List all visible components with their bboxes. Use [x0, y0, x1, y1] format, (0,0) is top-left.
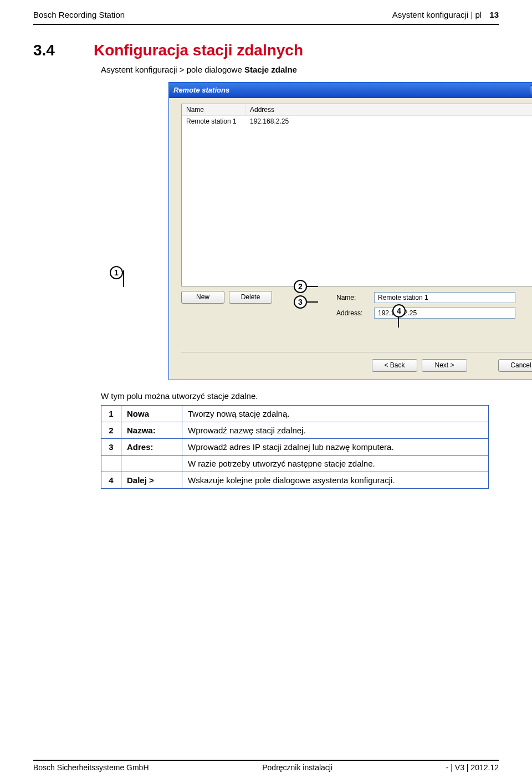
- table-row: 3 Adres: Wprowadź adres IP stacji zdalne…: [101, 439, 489, 456]
- col-header-name[interactable]: Name: [182, 104, 245, 115]
- col-header-address[interactable]: Address: [245, 104, 532, 115]
- cancel-button[interactable]: Cancel: [498, 359, 532, 372]
- new-button[interactable]: New: [181, 291, 224, 304]
- legend-num: 4: [101, 472, 121, 489]
- footer-right: - | V3 | 2012.12: [446, 763, 499, 772]
- callout-1-line: [123, 270, 124, 287]
- legend-num: 1: [101, 406, 121, 422]
- table-row: W razie potrzeby utworzyć następne stacj…: [101, 456, 489, 472]
- list-item-address: 192.168.2.25: [245, 116, 532, 127]
- page-number: 13: [489, 10, 499, 19]
- dialog-titlebar[interactable]: Remote stations ? ✕: [169, 83, 532, 98]
- next-button[interactable]: Next >: [422, 359, 467, 372]
- legend-num-empty: [101, 456, 121, 472]
- legend-label: Nazwa:: [121, 422, 182, 439]
- legend-label: Dalej >: [121, 472, 182, 489]
- body-text: W tym polu można utworzyć stacje zdalne.: [101, 391, 499, 401]
- legend-label: Adres:: [121, 439, 182, 456]
- header-rule: [33, 24, 499, 25]
- callout-2-line: [307, 286, 318, 287]
- section-title: Konfiguracja stacji zdalnych: [94, 42, 303, 59]
- legend-desc: Wprowadź adres IP stacji zdalnej lub naz…: [182, 439, 489, 456]
- name-input[interactable]: Remote station 1: [374, 292, 515, 303]
- table-row: 2 Nazwa: Wprowadź nazwę stacji zdalnej.: [101, 422, 489, 439]
- section-path-text: Asystent konfiguracji > pole dialogowe: [101, 65, 244, 74]
- callout-2: 2: [294, 280, 307, 293]
- name-label: Name:: [336, 294, 370, 301]
- remote-stations-dialog: Remote stations ? ✕ Name Address Remote …: [168, 82, 532, 380]
- section-breadcrumb: Asystent konfiguracji > pole dialogowe S…: [101, 65, 499, 74]
- callout-1: 1: [110, 266, 123, 279]
- address-label: Address:: [336, 309, 370, 317]
- callout-4-line: [398, 318, 399, 327]
- callout-3-line: [307, 301, 318, 303]
- table-row: 1 Nowa Tworzy nową stację zdalną.: [101, 406, 489, 422]
- legend-desc: W razie potrzeby utworzyć następne stacj…: [182, 456, 489, 472]
- delete-button[interactable]: Delete: [229, 291, 272, 304]
- callout-4: 4: [392, 304, 406, 318]
- footer-left: Bosch Sicherheitssysteme GmbH: [33, 763, 149, 772]
- section-number: 3.4: [33, 42, 55, 59]
- dialog-title: Remote stations: [173, 86, 229, 94]
- help-icon[interactable]: ?: [530, 85, 532, 95]
- legend-label: Nowa: [121, 406, 182, 422]
- stations-list-panel: Name Address Remote station 1 192.168.2.…: [181, 104, 532, 286]
- footer-rule: [33, 760, 499, 761]
- legend-desc: Wskazuje kolejne pole dialogowe asystent…: [182, 472, 489, 489]
- legend-num: 2: [101, 422, 121, 439]
- list-header: Name Address: [182, 104, 532, 116]
- legend-desc: Wprowadź nazwę stacji zdalnej.: [182, 422, 489, 439]
- header-left: Bosch Recording Station: [33, 10, 125, 19]
- legend-label-empty: [121, 456, 182, 472]
- legend-desc: Tworzy nową stację zdalną.: [182, 406, 489, 422]
- back-button[interactable]: < Back: [372, 359, 417, 372]
- legend-num: 3: [101, 439, 121, 456]
- callout-3: 3: [294, 295, 307, 309]
- section-path-bold: Stacje zdalne: [244, 65, 297, 74]
- legend-table: 1 Nowa Tworzy nową stację zdalną. 2 Nazw…: [101, 405, 489, 489]
- list-item[interactable]: Remote station 1 192.168.2.25: [182, 116, 532, 127]
- list-item-name: Remote station 1: [182, 116, 245, 127]
- header-right-title: Asystent konfiguracji | pl: [392, 10, 482, 19]
- footer-center: Podręcznik instalacji: [262, 763, 332, 772]
- table-row: 4 Dalej > Wskazuje kolejne pole dialogow…: [101, 472, 489, 489]
